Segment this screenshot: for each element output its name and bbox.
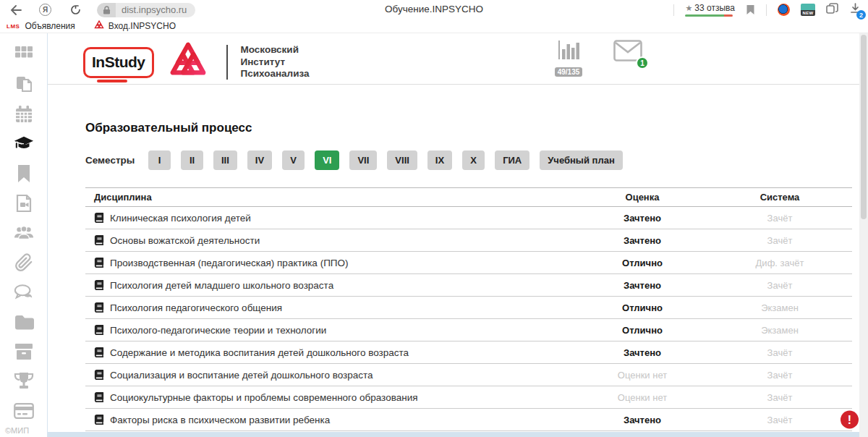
system-value: Зачёт — [707, 235, 852, 246]
paperclip-icon[interactable] — [14, 253, 34, 273]
grade-value: Отлично — [577, 302, 707, 313]
bookmark-item-login[interactable]: Вход.INPSYCHO — [94, 20, 176, 32]
bookmark-flag-icon[interactable] — [746, 4, 755, 15]
discipline-link[interactable]: Основы вожатской деятельности — [110, 235, 260, 246]
new-extension-icon[interactable]: NEW — [801, 4, 815, 16]
semester-tab-IV[interactable]: IV — [247, 150, 272, 170]
table-row[interactable]: Психолого-педагогические теории и технол… — [85, 319, 852, 341]
lock-icon[interactable] — [97, 3, 116, 17]
folder-icon[interactable] — [14, 312, 34, 332]
users-icon[interactable] — [14, 223, 34, 243]
toolbar-divider — [766, 4, 767, 16]
lms-favicon-icon: LMS — [6, 22, 20, 30]
trophy-icon[interactable] — [14, 371, 34, 391]
book-icon — [94, 235, 104, 245]
semester-tab-III[interactable]: III — [213, 150, 237, 170]
mail-icon[interactable]: 1 — [613, 40, 642, 64]
bottom-strip — [48, 432, 859, 437]
table-row[interactable]: Клиническая психология детейЗачтеноЗачёт — [85, 207, 852, 229]
semester-selector: Семестры IIIIIIIVVVIVIIVIIIIXXГИАУчебный… — [85, 150, 868, 170]
discipline-link[interactable]: Социокультурные факторы и проблемы совре… — [110, 392, 417, 403]
table-row[interactable]: Социализация и воспитание детей дошкольн… — [85, 364, 852, 386]
reload-icon[interactable] — [70, 4, 81, 15]
book-icon — [94, 415, 104, 425]
table-row[interactable]: Факторы риска в психическом развитии реб… — [85, 409, 852, 431]
page-scrollbar[interactable] — [859, 33, 868, 437]
table-row[interactable]: Социокультурные факторы и проблемы совре… — [85, 386, 852, 409]
system-value: Диф. зачёт — [707, 258, 852, 268]
semester-tab-VII[interactable]: VII — [349, 150, 377, 170]
book-icon — [94, 347, 104, 357]
discipline-link[interactable]: Психология детей младшего школьного возр… — [110, 280, 333, 291]
discipline-link[interactable]: Факторы риска в психическом развитии реб… — [110, 415, 330, 425]
table-row[interactable]: Основы вожатской деятельностиЗачтеноЗачё… — [85, 229, 852, 252]
semester-tab-I[interactable]: I — [148, 150, 171, 170]
discipline-link[interactable]: Психология педагогического общения — [110, 302, 282, 313]
card-icon[interactable] — [14, 401, 34, 421]
site-reviews-widget[interactable]: ★ 33 отзыва — [685, 3, 735, 17]
graduation-cap-icon[interactable] — [14, 134, 34, 154]
grade-value: Зачтено — [577, 347, 707, 358]
grade-value: Отлично — [577, 258, 707, 268]
yandex-search-icon[interactable]: Я — [39, 4, 51, 16]
discipline-link[interactable]: Производственная (педагогическая) практи… — [110, 258, 349, 268]
mip-triangle-logo-icon[interactable] — [167, 41, 209, 83]
scrollbar-thumb[interactable] — [861, 35, 867, 219]
system-value: Зачёт — [707, 370, 852, 381]
semester-tab-X[interactable]: X — [462, 150, 485, 170]
system-value: Зачёт — [707, 280, 852, 291]
copyright-label: ©МИП — [5, 426, 29, 435]
instudy-logo[interactable]: InStudy — [83, 47, 154, 78]
alert-icon[interactable]: ! — [841, 411, 859, 429]
apps-grid-icon[interactable] — [14, 45, 34, 65]
book-icon — [94, 258, 104, 268]
discipline-link[interactable]: Клиническая психология детей — [110, 213, 251, 224]
semester-tab-ГИА[interactable]: ГИА — [495, 150, 529, 170]
system-value: Зачёт — [707, 415, 852, 425]
table-row[interactable]: Психология детей младшего школьного возр… — [85, 274, 852, 297]
bookmark-icon[interactable] — [14, 164, 34, 184]
semester-tab-IX[interactable]: IX — [427, 150, 452, 170]
address-bar[interactable]: dist.inpsycho.ru — [97, 3, 195, 17]
system-value: Экзамен — [707, 302, 852, 313]
discipline-link[interactable]: Психолого-педагогические теории и технол… — [110, 325, 326, 336]
url-text[interactable]: dist.inpsycho.ru — [116, 3, 195, 17]
semester-tab-VI[interactable]: VI — [315, 150, 339, 170]
browser-extension-icon[interactable] — [778, 4, 790, 16]
discipline-link[interactable]: Социализация и воспитание детей дошкольн… — [110, 370, 373, 381]
semester-tab-VIII[interactable]: VIII — [387, 150, 417, 170]
disciplines-table: Дисциплина Оценка Система Клиническая пс… — [85, 187, 852, 431]
collections-icon[interactable] — [826, 3, 839, 17]
grade-value: Оценки нет — [577, 370, 707, 381]
mail-badge: 1 — [636, 56, 649, 69]
table-row[interactable]: Содержание и методика воспитания детей д… — [85, 341, 852, 364]
downloads-icon[interactable]: 2 — [850, 3, 861, 17]
video-file-icon[interactable] — [14, 193, 34, 213]
column-discipline: Дисциплина — [85, 192, 577, 203]
bookmark-item-announcements[interactable]: LMS Объявления — [6, 21, 75, 31]
book-icon — [94, 280, 104, 290]
grade-value: Зачтено — [577, 280, 707, 291]
semester-tabs: IIIIIIIVVVIVIIVIIIIXXГИАУчебный план — [148, 150, 623, 170]
left-sidebar: ©МИП — [0, 33, 48, 437]
back-icon[interactable] — [10, 5, 22, 15]
table-row[interactable]: Психология педагогического общенияОтличн… — [85, 297, 852, 319]
documents-icon[interactable] — [14, 75, 34, 95]
chat-icon[interactable] — [14, 282, 34, 302]
semester-tab-Учебный план[interactable]: Учебный план — [540, 150, 622, 170]
archive-icon[interactable] — [14, 341, 34, 362]
system-value: Экзамен — [707, 325, 852, 336]
book-icon — [94, 392, 104, 402]
mip-favicon-icon — [94, 20, 104, 32]
page-title: Образовательный процесс — [85, 121, 868, 135]
grade-value: Зачтено — [577, 415, 707, 425]
bookmark-label: Объявления — [25, 21, 75, 31]
discipline-link[interactable]: Содержание и методика воспитания детей д… — [110, 347, 409, 358]
calendar-icon[interactable] — [14, 104, 34, 124]
institute-name: Московский Институт Психоанализа — [241, 44, 310, 80]
progress-stats-icon[interactable]: 49/135 — [554, 40, 583, 77]
semester-tab-V[interactable]: V — [282, 150, 305, 170]
semesters-label: Семестры — [85, 155, 148, 166]
semester-tab-II[interactable]: II — [181, 150, 203, 170]
table-row[interactable]: Производственная (педагогическая) практи… — [85, 252, 852, 274]
